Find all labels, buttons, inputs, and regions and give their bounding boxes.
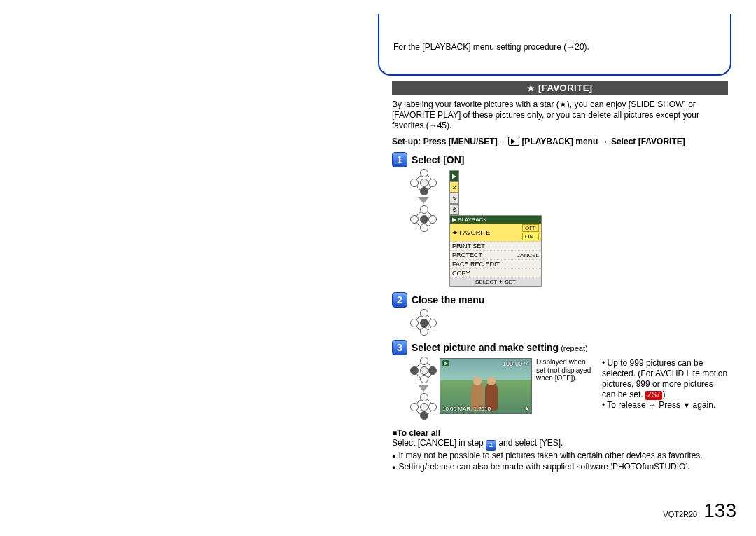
screen-opt-off: OFF	[522, 224, 539, 232]
screen-tab: ▶	[449, 170, 459, 181]
screen-row-favorite: ★ FAVORITE	[452, 229, 490, 236]
star-icon: ★	[527, 83, 536, 93]
step-2-controls	[412, 310, 435, 334]
top-note: For the [PLAYBACK] menu setting procedur…	[379, 14, 730, 52]
intro-text: By labeling your favorite pictures with …	[392, 99, 728, 131]
playback-icon	[508, 137, 519, 146]
page-number: 133	[704, 500, 736, 521]
section-title: [FAVORITE]	[538, 83, 593, 93]
dpad-icon	[412, 170, 435, 194]
arrow-down-icon	[418, 385, 429, 392]
step-2-number: 2	[392, 292, 407, 308]
bullet-icon	[392, 462, 396, 473]
dpad-icon	[412, 207, 435, 231]
screen-row-copy: COPY	[452, 270, 470, 277]
step-2: 2 Close the menu	[392, 292, 728, 334]
bullet-icon	[392, 451, 396, 462]
section-header: ★ [FAVORITE]	[392, 81, 728, 95]
step-1: 1 Select [ON] ▶ 2 ✎ ⚙	[392, 152, 728, 287]
page-footer: VQT2R20 133	[663, 500, 736, 522]
intro-star-icon: ★	[559, 99, 567, 109]
note-other-devices: It may not be possible to set pictures t…	[398, 451, 702, 462]
screen-opt-cancel: CANCEL	[517, 252, 539, 259]
screen-tab: ✎	[449, 193, 459, 204]
photo-star-icon: ★	[524, 406, 529, 412]
model-badge: ZS7	[645, 391, 662, 400]
step-ref-1: 1	[486, 440, 496, 451]
photo-filenum: 100-0074	[503, 360, 529, 367]
screen-footer: SELECT ✦ SET	[450, 278, 541, 286]
step-3: 3 Select picture and make setting (repea…	[392, 340, 728, 418]
photo-caption: Displayed when set (not displayed when […	[536, 358, 594, 383]
step-1-number: 1	[392, 152, 407, 167]
to-clear-section: ■To clear all Select [CANCEL] in step 1 …	[392, 428, 728, 473]
step-1-title: Select [ON]	[412, 154, 464, 165]
step-1-controls	[412, 170, 435, 231]
screen-row-facerec: FACE REC EDIT	[452, 261, 500, 268]
down-triangle-icon: ▼	[682, 401, 690, 409]
step-2-title: Close the menu	[412, 294, 484, 305]
note-release-b: again.	[690, 400, 715, 410]
note-release-a: To release → Press	[607, 400, 682, 410]
note-photofunstudio: Setting/release can also be made with su…	[398, 462, 690, 473]
notes-list: It may not be possible to set pictures t…	[392, 451, 728, 473]
top-frame: For the [PLAYBACK] menu setting procedur…	[378, 14, 732, 76]
screen-opt-on: ON	[522, 233, 539, 240]
screen-row-printset: PRINT SET	[452, 242, 485, 249]
setup-menu: [PLAYBACK] menu → Select [FAVORITE]	[522, 137, 685, 146]
to-clear-body: Select [CANCEL] in step 1 and select [YE…	[392, 438, 728, 451]
setup-prefix: Set-up: Press [MENU/SET]→	[392, 137, 508, 146]
screen-tab: 2	[449, 181, 459, 193]
step-3-notes: • Up to 999 pictures can be selected. (F…	[602, 358, 728, 411]
camera-screen-sim: ▶ 2 ✎ ⚙ ▶ PLAYBACK ★ FAVORITE OFF ON	[449, 170, 542, 287]
screen-tab: ⚙	[449, 204, 459, 215]
step-3-title: Select picture and make setting (repeat)	[412, 342, 588, 353]
setup-line: Set-up: Press [MENU/SET]→ [PLAYBACK] men…	[392, 137, 728, 146]
screen-row-protect: PROTECT	[452, 252, 482, 259]
screen-titlebar: PLAYBACK	[458, 217, 487, 223]
step-3-number: 3	[392, 340, 407, 355]
screen-play-icon: ▶	[452, 217, 456, 223]
dpad-icon	[412, 358, 435, 382]
dpad-icon	[412, 394, 435, 418]
arrow-down-icon	[418, 197, 429, 204]
step-3-controls	[412, 358, 435, 418]
dpad-icon	[412, 310, 435, 334]
doc-code: VQT2R20	[663, 510, 697, 518]
to-clear-title: ■To clear all	[392, 428, 728, 438]
intro-a: By labeling your favorite pictures with …	[392, 99, 559, 109]
photo-mode-icon: ▶	[442, 360, 449, 366]
main-column: ★ [FAVORITE] By labeling your favorite p…	[392, 81, 728, 473]
photo-preview: ▶ 100-0074 10:00 MAR. 1.2010 ★	[440, 358, 532, 414]
photo-date: 10:00 MAR. 1.2010	[442, 406, 491, 412]
